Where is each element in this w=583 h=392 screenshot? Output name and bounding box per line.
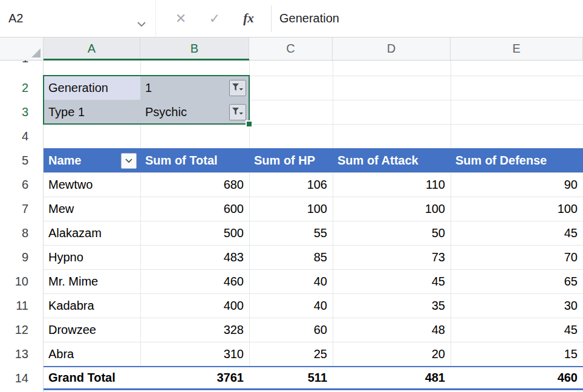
pivot-header-defense[interactable]: Sum of Defense [451, 148, 583, 172]
table-row: Mr. Mime 460 40 45 65 [44, 269, 583, 293]
fx-icon[interactable]: fx [239, 11, 258, 26]
cell-total[interactable]: 460 [140, 269, 249, 293]
filter-label-cell-type1[interactable]: Type 1 [44, 100, 140, 124]
cell-defense[interactable]: 100 [451, 197, 583, 221]
cancel-icon[interactable]: ✕ [172, 11, 190, 27]
column-header-c[interactable]: C [249, 38, 333, 60]
cell-attack[interactable]: 45 [333, 269, 451, 293]
cell-attack[interactable]: 48 [333, 318, 451, 342]
table-row: Kadabra 400 40 35 30 [44, 293, 583, 318]
cell-hp[interactable]: 106 [249, 172, 333, 197]
row-header-column: 1 2 3 4 5 6 7 8 9 10 11 12 13 14 [0, 60, 44, 392]
name-box-value: A2 [8, 11, 23, 25]
cell-defense[interactable]: 45 [451, 221, 583, 245]
pivot-header-attack[interactable]: Sum of Attack [333, 148, 451, 172]
row-header-13[interactable]: 13 [0, 342, 43, 366]
row-header-14[interactable]: 14 [0, 366, 43, 390]
type1-filter-button[interactable] [229, 104, 246, 120]
cell-attack[interactable]: 35 [333, 293, 451, 318]
formula-input[interactable]: Generation [272, 11, 339, 25]
cell-name[interactable]: Abra [44, 342, 140, 366]
row-header-9[interactable]: 9 [0, 245, 43, 269]
cell-total[interactable]: 500 [140, 221, 249, 245]
formula-buttons: ✕ ✓ fx [156, 11, 258, 27]
pivot-header-hp[interactable]: Sum of HP [249, 148, 333, 172]
fill-handle[interactable] [246, 120, 253, 128]
cell-name[interactable]: Alakazam [44, 221, 140, 245]
table-row: Abra 310 25 20 15 [44, 342, 583, 366]
table-row: Mewtwo 680 106 110 90 [44, 172, 583, 197]
cell-hp[interactable]: 40 [249, 269, 333, 293]
row-header-6[interactable]: 6 [0, 172, 43, 197]
cell-hp[interactable]: 55 [249, 221, 333, 245]
row-header-10[interactable]: 10 [0, 269, 43, 293]
cell-name[interactable]: Mewtwo [44, 172, 140, 197]
grand-total-hp[interactable]: 511 [249, 367, 333, 388]
row-header-3[interactable]: 3 [0, 100, 43, 124]
cell-total[interactable]: 600 [140, 197, 249, 221]
name-box[interactable]: A2 [0, 0, 156, 37]
row-header-4[interactable]: 4 [0, 124, 43, 148]
chevron-down-icon [125, 158, 132, 163]
cell-name[interactable]: Drowzee [44, 318, 140, 342]
cell-attack[interactable]: 50 [333, 221, 451, 245]
cell-hp[interactable]: 60 [249, 318, 333, 342]
cell-defense[interactable]: 15 [451, 342, 583, 366]
grand-total-label[interactable]: Grand Total [44, 367, 140, 388]
cell-defense[interactable]: 30 [451, 293, 583, 318]
grand-total-total[interactable]: 3761 [140, 367, 249, 388]
cell-hp[interactable]: 100 [249, 197, 333, 221]
column-header-d[interactable]: D [333, 38, 451, 60]
confirm-icon[interactable]: ✓ [206, 11, 224, 27]
cell-attack[interactable]: 110 [333, 172, 451, 197]
cell-name[interactable]: Kadabra [44, 293, 140, 318]
column-header-e[interactable]: E [451, 38, 583, 60]
column-header-b[interactable]: B [140, 38, 249, 60]
cell-hp[interactable]: 85 [249, 245, 333, 269]
generation-filter-button[interactable] [229, 80, 246, 96]
cell-hp[interactable]: 40 [249, 293, 333, 318]
cell-total[interactable]: 680 [140, 172, 249, 197]
row-header-5[interactable]: 5 [0, 148, 43, 172]
spreadsheet: A2 ✕ ✓ fx Generation A B C D E 1 2 3 4 [0, 0, 583, 392]
filter-funnel-icon [232, 83, 243, 93]
column-header-a[interactable]: A [44, 38, 140, 60]
pivot-header-name-label: Name [48, 154, 81, 168]
grand-total-defense[interactable]: 460 [451, 367, 583, 388]
table-row: Hypno 483 85 73 70 [44, 245, 583, 269]
table-row: Drowzee 328 60 48 45 [44, 318, 583, 342]
cell-attack[interactable]: 100 [333, 197, 451, 221]
cell-name[interactable]: Mr. Mime [44, 269, 140, 293]
name-box-chevron-icon[interactable] [137, 16, 146, 30]
grand-total-attack[interactable]: 481 [333, 367, 451, 388]
cell-defense[interactable]: 65 [451, 269, 583, 293]
cell-hp[interactable]: 25 [249, 342, 333, 366]
row-header-11[interactable]: 11 [0, 293, 43, 318]
row-header-12[interactable]: 12 [0, 318, 43, 342]
row-header-8[interactable]: 8 [0, 221, 43, 245]
cell-total[interactable]: 310 [140, 342, 249, 366]
cell-defense[interactable]: 45 [451, 318, 583, 342]
select-all-triangle-icon [31, 48, 41, 58]
pivot-header-total[interactable]: Sum of Total [140, 148, 249, 172]
formula-bar: A2 ✕ ✓ fx Generation [0, 0, 583, 38]
cell-defense[interactable]: 90 [451, 172, 583, 197]
name-filter-dropdown[interactable] [121, 153, 137, 169]
cell-grid: Generation 1 Type 1 Psychic Name [44, 60, 583, 392]
cell-name[interactable]: Mew [44, 197, 140, 221]
row-header-2[interactable]: 2 [0, 76, 43, 100]
cell-total[interactable]: 328 [140, 318, 249, 342]
cell-name[interactable]: Hypno [44, 245, 140, 269]
cell-total[interactable]: 483 [140, 245, 249, 269]
cell-defense[interactable]: 70 [451, 245, 583, 269]
pivot-header-name[interactable]: Name [44, 148, 140, 172]
select-all-corner[interactable] [0, 38, 44, 60]
filter-label-cell-generation[interactable]: Generation [44, 76, 140, 100]
pivot-header-row: Name Sum of Total Sum of HP Sum of Attac… [44, 148, 583, 172]
row-header-1[interactable]: 1 [0, 60, 43, 76]
row-header-7[interactable]: 7 [0, 197, 43, 221]
cell-attack[interactable]: 73 [333, 245, 451, 269]
cell-attack[interactable]: 20 [333, 342, 451, 366]
cell-total[interactable]: 400 [140, 293, 249, 318]
grand-total-row: Grand Total 3761 511 481 460 [44, 366, 583, 390]
